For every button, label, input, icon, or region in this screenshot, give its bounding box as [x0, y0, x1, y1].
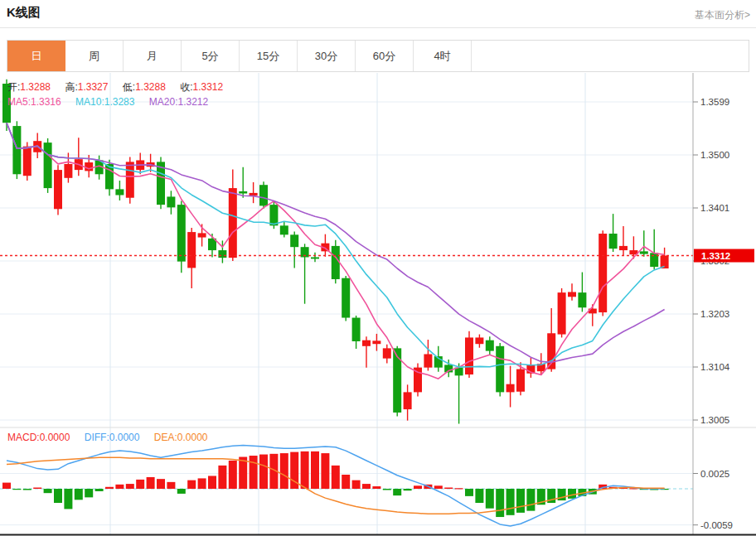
- svg-text:-0.0059: -0.0059: [700, 520, 733, 530]
- diff-label: DIFF:: [85, 432, 109, 443]
- svg-text:1.3401: 1.3401: [700, 203, 729, 213]
- svg-text:1.3203: 1.3203: [700, 309, 729, 319]
- svg-text:1.3005: 1.3005: [700, 415, 729, 425]
- ma20-value: 1.3212: [177, 96, 208, 108]
- high-value: 1.3327: [78, 81, 109, 93]
- dea-value: 0.0000: [177, 432, 208, 443]
- close-value: 1.3312: [193, 81, 224, 93]
- ma5-label: MA5:: [7, 96, 31, 108]
- diff-value: 0.0000: [109, 432, 140, 443]
- close-label: 收:: [180, 81, 192, 93]
- open-label: 开:: [7, 81, 20, 93]
- svg-text:1.3104: 1.3104: [700, 362, 730, 372]
- macd-value: 0.0000: [40, 432, 70, 443]
- candles: [2, 80, 669, 424]
- macd-label: MACD:: [7, 432, 40, 443]
- ma20-label: MA20:: [149, 96, 178, 108]
- y-axis: 1.35991.35001.34011.33021.32031.31041.30…: [693, 97, 733, 530]
- low-label: 低:: [123, 81, 135, 93]
- macd-readout: MACD:0.0000 DIFF:0.0000 DEA:0.0000: [7, 432, 207, 443]
- ohlc-readout: 开:1.3288 高:1.3327 低:1.3288 收:1.3312: [7, 80, 223, 94]
- svg-text:1.3500: 1.3500: [700, 150, 729, 160]
- dea-label: DEA:: [154, 432, 177, 443]
- high-label: 高:: [65, 81, 77, 93]
- ma10-value: 1.3283: [104, 96, 135, 108]
- ma5-value: 1.3316: [31, 96, 61, 108]
- svg-text:1.3312: 1.3312: [701, 251, 730, 261]
- ma10-label: MA10:: [75, 96, 104, 108]
- macd-histogram: [2, 451, 669, 517]
- ma-readout: MA5:1.3316 MA10:1.3283 MA20:1.3212: [7, 96, 208, 108]
- open-value: 1.3288: [20, 81, 51, 93]
- svg-text:0.0025: 0.0025: [700, 469, 729, 479]
- low-value: 1.3288: [135, 81, 166, 93]
- svg-text:1.3599: 1.3599: [700, 97, 729, 107]
- current-price-tag: 1.3312: [694, 249, 754, 263]
- kline-page: { "header": { "title": "K线图", "link_labe…: [0, 0, 756, 536]
